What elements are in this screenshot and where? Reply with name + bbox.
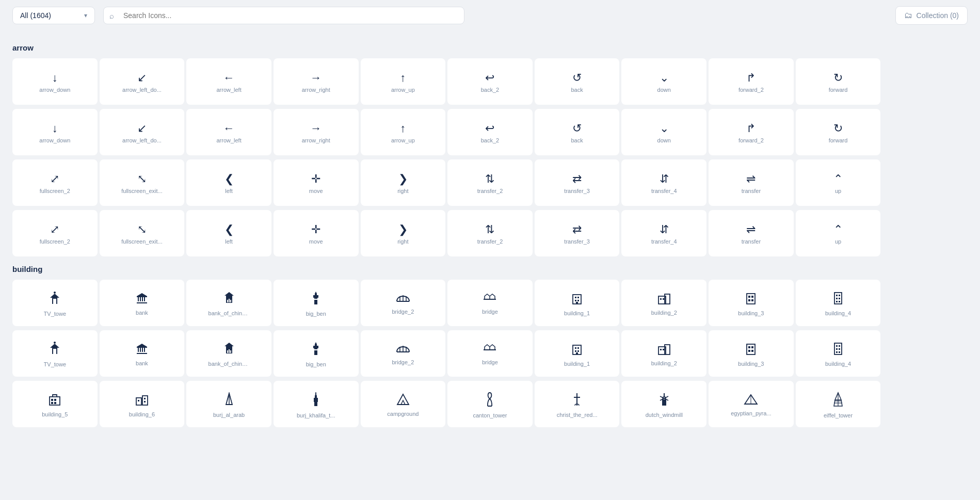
icon-bank_of_china-1[interactable]: bank_of_china... bbox=[186, 280, 271, 326]
arrow-row-2: ↓arrow_down ↙arrow_left_do... ←arrow_lef… bbox=[12, 109, 968, 155]
icon-transfer_3-2[interactable]: ⇄transfer_3 bbox=[535, 210, 620, 256]
svg-rect-66 bbox=[142, 396, 148, 405]
icon-dutch_windmill[interactable]: dutch_windmill bbox=[621, 381, 706, 427]
icon-arrow_up-2[interactable]: ↑arrow_up bbox=[361, 109, 446, 155]
icon-arrow_up-1[interactable]: ↑arrow_up bbox=[361, 58, 446, 105]
icon-fullscreen_2-2[interactable]: ⤢fullscreen_2 bbox=[12, 210, 98, 256]
icon-arrow_left_do-1[interactable]: ↙arrow_left_do... bbox=[100, 58, 185, 105]
icon-move-2[interactable]: ✛move bbox=[274, 210, 359, 256]
icon-building_1-1[interactable]: building_1 bbox=[535, 280, 620, 326]
icon-transfer_4-1[interactable]: ⇵transfer_4 bbox=[621, 159, 706, 206]
icon-building_2-1[interactable]: building_2 bbox=[621, 280, 706, 326]
svg-rect-23 bbox=[834, 293, 842, 304]
icon-back-2[interactable]: ↺back bbox=[535, 109, 620, 155]
icon-tv_tower-2[interactable]: TV_towe bbox=[12, 330, 98, 377]
icon-arrow_left_do-2[interactable]: ↙arrow_left_do... bbox=[100, 109, 185, 155]
svg-rect-49 bbox=[748, 346, 750, 348]
icon-back-1[interactable]: ↺back bbox=[535, 58, 620, 105]
icon-building_4-1[interactable]: building_4 bbox=[796, 280, 881, 326]
icon-building_3-2[interactable]: building_3 bbox=[709, 330, 794, 377]
icon-arrow_left-1[interactable]: ←arrow_left bbox=[186, 58, 271, 105]
icon-down-2[interactable]: ⌄down bbox=[621, 109, 706, 155]
collection-button[interactable]: 🗂 Collection (0) bbox=[895, 6, 968, 25]
icon-egyptian_pyramid[interactable]: egyptian_pyra... bbox=[709, 381, 794, 427]
icon-transfer-2[interactable]: ⇌transfer bbox=[709, 210, 794, 256]
icon-forward_2-1[interactable]: ↱forward_2 bbox=[709, 58, 794, 105]
category-building: building TV_towe bank bank_of_china... bbox=[12, 265, 968, 427]
svg-rect-4 bbox=[314, 299, 317, 300]
icon-campground[interactable]: campground bbox=[361, 381, 446, 427]
icon-eiffel_tower[interactable]: eiffel_tower bbox=[796, 381, 881, 427]
icon-transfer_4-2[interactable]: ⇵transfer_4 bbox=[621, 210, 706, 256]
icon-bridge_2-2[interactable]: bridge_2 bbox=[361, 330, 446, 377]
icon-fullscreen_exit-1[interactable]: ⤡fullscreen_exit... bbox=[100, 159, 185, 206]
icon-fullscreen_2-1[interactable]: ⤢fullscreen_2 bbox=[12, 159, 98, 206]
icon-transfer_3-1[interactable]: ⇄transfer_3 bbox=[535, 159, 620, 206]
svg-rect-31 bbox=[314, 348, 317, 355]
icon-arrow_right-2[interactable]: →arrow_right bbox=[274, 109, 359, 155]
icon-tv_tower-1[interactable]: TV_towe bbox=[12, 280, 98, 326]
icon-canton_tower[interactable]: canton_tower bbox=[447, 381, 533, 427]
svg-rect-48 bbox=[747, 344, 755, 354]
icon-left-2[interactable]: ❮left bbox=[186, 210, 271, 256]
svg-rect-54 bbox=[836, 345, 838, 347]
icon-forward-2[interactable]: ↻forward bbox=[796, 109, 881, 155]
icon-back_2-2[interactable]: ↩back_2 bbox=[447, 109, 533, 155]
icon-forward-1[interactable]: ↻forward bbox=[796, 58, 881, 105]
icon-right-2[interactable]: ❯right bbox=[361, 210, 446, 256]
icon-bridge-2[interactable]: bridge bbox=[447, 330, 533, 377]
svg-rect-27 bbox=[839, 298, 840, 299]
svg-rect-33 bbox=[315, 344, 317, 346]
chevron-down-icon: ▾ bbox=[84, 12, 87, 19]
icon-bank-1[interactable]: bank bbox=[100, 280, 185, 326]
icon-move-1[interactable]: ✛move bbox=[274, 159, 359, 206]
icon-bank-2[interactable]: bank bbox=[100, 330, 185, 377]
icon-christ_the_red[interactable]: christ_the_red... bbox=[535, 381, 620, 427]
arrow-row-3: ⤢fullscreen_2 ⤡fullscreen_exit... ❮left … bbox=[12, 159, 968, 206]
svg-rect-40 bbox=[575, 347, 576, 349]
svg-rect-19 bbox=[748, 296, 750, 298]
svg-rect-51 bbox=[748, 350, 750, 352]
icon-building_1-2[interactable]: building_1 bbox=[535, 330, 620, 377]
icon-up-2[interactable]: ⌃up bbox=[796, 210, 881, 256]
icon-transfer-1[interactable]: ⇌transfer bbox=[709, 159, 794, 206]
icon-back_2-1[interactable]: ↩back_2 bbox=[447, 58, 533, 105]
icon-bank_of_china-2[interactable]: bank_of_china... bbox=[186, 330, 271, 377]
icon-burj_al_arab[interactable]: burj_al_arab bbox=[186, 381, 271, 427]
svg-rect-21 bbox=[748, 299, 750, 301]
category-dropdown-button[interactable]: All (1604) ▾ bbox=[12, 7, 95, 24]
icon-arrow_left-2[interactable]: ←arrow_left bbox=[186, 109, 271, 155]
icon-building_5[interactable]: building_5 bbox=[12, 381, 98, 427]
icon-big_ben-2[interactable]: big_ben bbox=[274, 330, 359, 377]
svg-rect-17 bbox=[663, 298, 664, 300]
building-row-3: building_5 building_6 burj_al_arab burj_… bbox=[12, 381, 968, 427]
icon-forward_2-2[interactable]: ↱forward_2 bbox=[709, 109, 794, 155]
arrow-row-4: ⤢fullscreen_2 ⤡fullscreen_exit... ❮left … bbox=[12, 210, 968, 256]
icon-burj_khalifa[interactable]: burj_khalifa_t... bbox=[274, 381, 359, 427]
icon-right-1[interactable]: ❯right bbox=[361, 159, 446, 206]
icon-down-1[interactable]: ⌄down bbox=[621, 58, 706, 105]
svg-rect-53 bbox=[834, 343, 842, 354]
icon-bridge_2-1[interactable]: bridge_2 bbox=[361, 280, 446, 326]
icon-building_6[interactable]: building_6 bbox=[100, 381, 185, 427]
collection-icon: 🗂 bbox=[904, 11, 912, 20]
icon-fullscreen_exit-2[interactable]: ⤡fullscreen_exit... bbox=[100, 210, 185, 256]
icon-transfer_2-2[interactable]: ⇅transfer_2 bbox=[447, 210, 533, 256]
icon-bridge-1[interactable]: bridge bbox=[447, 280, 533, 326]
top-bar: All (1604) ▾ ⌕ 🗂 Collection (0) bbox=[0, 0, 980, 31]
icon-arrow_down-2[interactable]: ↓arrow_down bbox=[12, 109, 98, 155]
icon-arrow_down-1[interactable]: ↓arrow_down bbox=[12, 58, 98, 105]
icon-building_2-2[interactable]: building_2 bbox=[621, 330, 706, 377]
svg-point-0 bbox=[54, 292, 56, 294]
icon-building_3-1[interactable]: building_3 bbox=[709, 280, 794, 326]
icon-big_ben-1[interactable]: big_ben bbox=[274, 280, 359, 326]
icon-up-1[interactable]: ⌃up bbox=[796, 159, 881, 206]
icon-arrow_right-1[interactable]: →arrow_right bbox=[274, 58, 359, 105]
search-wrapper: ⌕ bbox=[103, 7, 464, 24]
icon-transfer_2-1[interactable]: ⇅transfer_2 bbox=[447, 159, 533, 206]
svg-rect-3 bbox=[315, 294, 317, 296]
category-dropdown[interactable]: All (1604) ▾ bbox=[12, 7, 95, 24]
search-input[interactable] bbox=[103, 7, 464, 24]
icon-building_4-2[interactable]: building_4 bbox=[796, 330, 881, 377]
icon-left-1[interactable]: ❮left bbox=[186, 159, 271, 206]
